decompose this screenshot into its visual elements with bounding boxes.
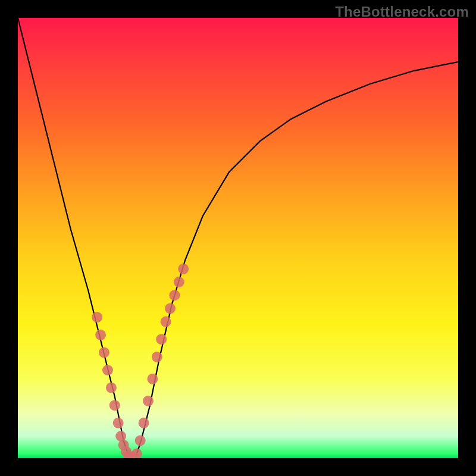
bottleneck-curve	[18, 18, 458, 458]
data-dot	[95, 330, 106, 340]
watermark-text: TheBottleneck.com	[335, 4, 469, 20]
data-dot	[169, 290, 180, 300]
data-dot	[165, 303, 176, 314]
data-dot	[109, 400, 120, 411]
data-dot	[139, 418, 149, 428]
data-dot	[156, 334, 167, 345]
data-dot	[106, 383, 117, 393]
data-dot	[131, 449, 142, 458]
data-dot	[102, 365, 113, 375]
chart-svg	[18, 18, 458, 458]
data-dot	[152, 352, 162, 362]
plot-area	[18, 18, 458, 458]
data-dot	[92, 312, 102, 322]
data-dot	[113, 418, 124, 428]
chart-frame: TheBottleneck.com	[0, 0, 476, 476]
data-dot	[178, 264, 189, 274]
data-dot	[135, 435, 146, 446]
data-dot	[147, 374, 158, 384]
data-dot	[161, 317, 171, 327]
data-dot	[174, 277, 184, 287]
data-dot	[143, 396, 154, 406]
data-dot	[99, 347, 109, 358]
